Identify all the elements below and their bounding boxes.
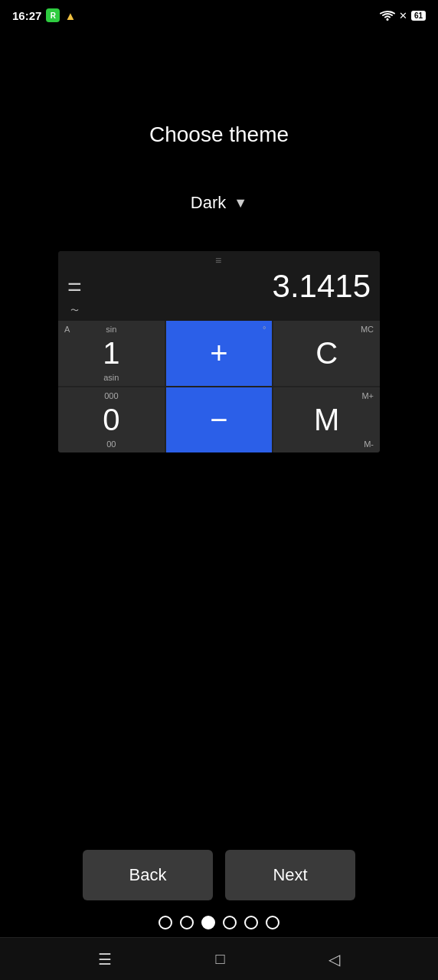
key-1-label: 1	[103, 336, 119, 371]
nav-buttons: Back Next	[83, 850, 355, 900]
key-m-sub-mminus: M-	[364, 439, 374, 449]
battery-indicator: 61	[411, 11, 426, 21]
chevron-down-icon: ▼	[234, 195, 247, 211]
page-dot-1	[159, 916, 172, 929]
page-dot-3-active	[201, 916, 215, 929]
time: 16:27	[12, 9, 41, 22]
android-back-icon[interactable]: ◁	[328, 950, 340, 969]
calc-graph-icon: 〜	[70, 305, 371, 316]
calc-display: ≡ = 3.1415 〜	[58, 251, 380, 321]
page-dot-2	[180, 916, 194, 929]
calc-key-0[interactable]: 000 0 00	[58, 387, 165, 452]
app-badge-icon: R	[46, 8, 60, 22]
key-0-label: 0	[103, 403, 119, 437]
calculator-preview: ≡ = 3.1415 〜 A sin 1 asin ° + MC	[58, 251, 380, 452]
calc-keypad: A sin 1 asin ° + MC C 000 0 00	[58, 321, 380, 452]
bottom-section: Back Next	[0, 850, 438, 929]
main-content: Choose theme Dark ▼ ≡ = 3.1415 〜 A sin 1…	[0, 31, 438, 850]
key-0-sub-000: 000	[104, 391, 118, 400]
calc-key-c[interactable]: MC C	[273, 321, 380, 386]
theme-dropdown[interactable]: Dark ▼	[191, 193, 247, 213]
signal-x-icon: ✕	[399, 10, 407, 21]
wifi-icon	[380, 10, 395, 21]
key-0-sub-00: 00	[106, 439, 116, 449]
calc-key-1[interactable]: A sin 1 asin	[58, 321, 165, 386]
key-1-sub-sin: sin	[106, 325, 116, 334]
calc-key-minus[interactable]: −	[166, 387, 273, 452]
status-left: 16:27 R ▲	[12, 8, 76, 22]
calc-key-m[interactable]: M+ M M-	[273, 387, 380, 452]
status-bar: 16:27 R ▲ ✕ 61	[0, 0, 438, 31]
page-dot-4	[223, 916, 237, 929]
calc-menu-icon: ≡	[67, 254, 371, 266]
key-m-sub-mplus: M+	[361, 391, 374, 400]
page-indicators	[159, 916, 279, 929]
key-1-sub-asin: asin	[103, 373, 119, 382]
calc-equals-sign: =	[67, 273, 82, 301]
warning-icon: ▲	[64, 9, 76, 22]
page-title: Choose theme	[149, 122, 289, 147]
svg-point-0	[386, 18, 388, 21]
page-dot-6	[266, 916, 279, 929]
page-dot-5	[244, 916, 258, 929]
key-c-label: C	[315, 336, 338, 371]
key-plus-label: +	[210, 336, 227, 371]
back-button[interactable]: Back	[83, 850, 213, 900]
key-minus-label: −	[210, 403, 227, 437]
dropdown-selected-value: Dark	[191, 193, 226, 213]
key-plus-sub-degree: °	[263, 325, 266, 334]
calc-result-value: 3.1415	[273, 268, 371, 305]
android-hamburger-icon[interactable]: ☰	[98, 950, 112, 969]
key-c-sub-mc: MC	[361, 325, 374, 334]
android-nav-bar: ☰ □ ◁	[0, 937, 438, 980]
key-1-sub-a: A	[64, 325, 70, 334]
android-home-icon[interactable]: □	[215, 950, 224, 968]
status-right: ✕ 61	[380, 10, 426, 21]
key-m-label: M	[314, 403, 339, 437]
next-button[interactable]: Next	[225, 850, 355, 900]
calc-key-plus[interactable]: ° +	[166, 321, 273, 386]
